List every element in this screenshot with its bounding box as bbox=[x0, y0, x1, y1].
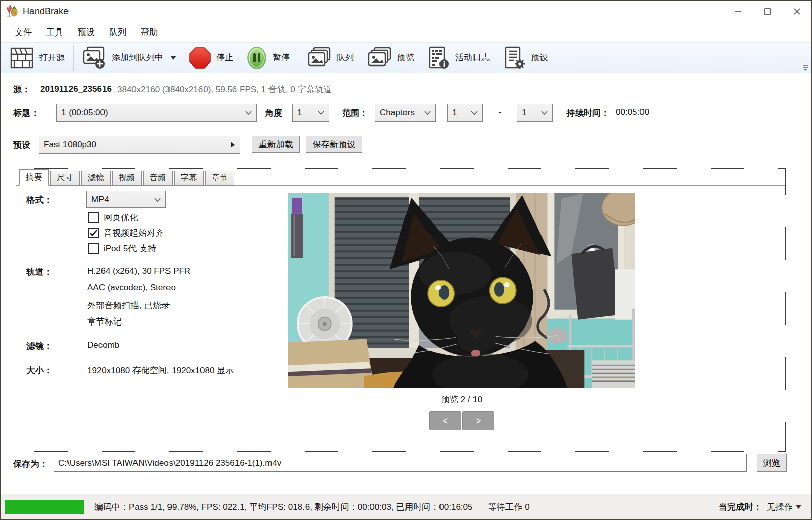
save-as-label: 保存为： bbox=[13, 458, 48, 470]
add-photos-icon bbox=[82, 46, 106, 70]
tab-video[interactable]: 视频 bbox=[112, 171, 142, 186]
preview-nav: < > bbox=[288, 411, 635, 430]
add-to-queue-button[interactable]: 添加到队列中 bbox=[75, 44, 183, 72]
preview-label: 预览 bbox=[397, 52, 414, 63]
photo-stack-icon bbox=[367, 47, 391, 69]
range-type-select[interactable]: Chapters bbox=[375, 104, 436, 122]
menu-help[interactable]: 帮助 bbox=[133, 23, 165, 41]
track-video: H.264 (x264), 30 FPS PFR bbox=[87, 266, 190, 276]
clapperboard-icon bbox=[10, 47, 33, 69]
chevron-right-icon bbox=[231, 142, 235, 148]
title-select-value: 1 (00:05:00) bbox=[61, 108, 108, 118]
pause-button[interactable]: 暂停 bbox=[240, 44, 296, 72]
toolbar-overflow-icon[interactable] bbox=[802, 64, 809, 71]
queue-label: 队列 bbox=[336, 52, 354, 63]
when-done-control[interactable]: 当完成时： 无操作 bbox=[719, 501, 808, 513]
duration-value: 00:05:00 bbox=[616, 107, 649, 117]
ipod-support-label: iPod 5代 支持 bbox=[104, 243, 156, 254]
stop-button[interactable]: 停止 bbox=[183, 44, 240, 72]
menu-queue[interactable]: 队列 bbox=[102, 23, 133, 41]
tab-summary[interactable]: 摘要 bbox=[19, 169, 49, 186]
maximize-button[interactable] bbox=[753, 1, 782, 22]
range-end-select[interactable]: 1 bbox=[517, 104, 553, 122]
angle-select[interactable]: 1 bbox=[292, 104, 329, 122]
minimize-button[interactable] bbox=[723, 1, 753, 22]
save-path-input[interactable] bbox=[54, 454, 747, 472]
source-name: 20191126_235616 bbox=[40, 84, 112, 94]
stop-octagon-icon bbox=[189, 47, 211, 69]
toolbar-separator bbox=[73, 45, 74, 71]
source-row: 源： 20191126_235616 3840x2160 (3840x2160)… bbox=[1, 82, 812, 97]
menu-tools[interactable]: 工具 bbox=[39, 23, 71, 41]
pause-label: 暂停 bbox=[273, 52, 290, 63]
activity-log-button[interactable]: 活动日志 bbox=[421, 44, 496, 72]
stop-label: 停止 bbox=[216, 52, 233, 63]
web-optimized-label: 网页优化 bbox=[104, 212, 138, 223]
format-select[interactable]: MP4 bbox=[86, 191, 166, 208]
ipod-support-checkbox[interactable] bbox=[88, 243, 99, 254]
preview-prev-button[interactable]: < bbox=[429, 411, 461, 430]
dropdown-caret-icon bbox=[170, 56, 176, 60]
save-new-preset-button[interactable]: 保存新预设 bbox=[306, 136, 362, 153]
chevron-down-icon bbox=[541, 111, 548, 115]
tab-audio[interactable]: 音频 bbox=[143, 171, 173, 186]
angle-select-value: 1 bbox=[297, 108, 302, 118]
browse-button[interactable]: 浏览 bbox=[757, 454, 787, 472]
format-label: 格式： bbox=[26, 194, 52, 206]
web-optimized-checkbox[interactable] bbox=[88, 212, 99, 223]
tab-dimensions[interactable]: 尺寸 bbox=[50, 171, 80, 186]
preview-next-button[interactable]: > bbox=[462, 411, 494, 430]
menu-presets[interactable]: 预设 bbox=[71, 23, 102, 41]
open-source-label: 打开源 bbox=[39, 52, 65, 63]
range-end-value: 1 bbox=[522, 108, 526, 118]
ipod-support-checkbox-row: iPod 5代 支持 bbox=[88, 243, 156, 254]
handbrake-logo-icon bbox=[6, 5, 19, 18]
av-align-checkbox-row: 音视频起始对齐 bbox=[88, 227, 164, 239]
presets-label: 预设 bbox=[531, 52, 548, 63]
tab-subtitles[interactable]: 字幕 bbox=[174, 171, 204, 186]
title-select[interactable]: 1 (00:05:00) bbox=[56, 104, 257, 122]
menu-file[interactable]: 文件 bbox=[8, 23, 39, 41]
encode-progress-bar bbox=[5, 500, 84, 514]
preset-label: 预设 bbox=[13, 139, 30, 151]
close-button[interactable] bbox=[782, 1, 811, 22]
tab-chapters[interactable]: 章节 bbox=[205, 171, 234, 186]
web-optimized-checkbox-row: 网页优化 bbox=[88, 212, 138, 223]
title-label: 标题： bbox=[13, 107, 39, 119]
av-align-checkbox[interactable] bbox=[88, 228, 99, 238]
title-bar: HandBrake bbox=[1, 1, 811, 22]
preview-button[interactable]: 预览 bbox=[360, 44, 421, 72]
tab-filters[interactable]: 滤镜 bbox=[81, 171, 111, 186]
av-align-label: 音视频起始对齐 bbox=[104, 227, 164, 239]
when-done-value: 无操作 bbox=[767, 501, 793, 513]
track-chapters: 章节标记 bbox=[87, 316, 122, 328]
preset-select[interactable]: Fast 1080p30 bbox=[39, 136, 240, 154]
source-label: 源： bbox=[13, 84, 30, 95]
size-value: 1920x1080 存储空间, 1920x1080 显示 bbox=[87, 365, 234, 376]
open-source-button[interactable]: 打开源 bbox=[4, 44, 72, 72]
progress-fill bbox=[5, 500, 84, 514]
handbrake-window: HandBrake 文件 工具 预设 队列 帮助 bbox=[0, 0, 812, 520]
preview-counter: 预览 2 / 10 bbox=[288, 394, 635, 405]
toolbar-separator bbox=[298, 45, 298, 71]
tracks-label: 轨道： bbox=[26, 266, 52, 278]
filters-label: 滤镜： bbox=[26, 340, 52, 352]
encoding-status-text: 编码中：Pass 1/1, 99.78%, FPS: 022.1, 平均FPS:… bbox=[94, 501, 473, 513]
range-start-select[interactable]: 1 bbox=[447, 104, 483, 122]
chevron-down-icon bbox=[318, 111, 324, 115]
queue-button[interactable]: 队列 bbox=[300, 44, 360, 72]
preview-image bbox=[288, 193, 635, 388]
menu-bar: 文件 工具 预设 队列 帮助 bbox=[1, 22, 811, 42]
title-row: 标题： 1 (00:05:00) 角度 1 范围： Chapters 1 - 1… bbox=[1, 103, 812, 122]
presets-button[interactable]: 预设 bbox=[496, 44, 555, 72]
reload-preset-button[interactable]: 重新加载 bbox=[252, 136, 300, 153]
angle-label: 角度 bbox=[265, 107, 282, 119]
track-audio: AAC (avcodec), Stereo bbox=[87, 283, 176, 293]
pause-circle-icon bbox=[247, 46, 267, 70]
add-to-queue-label: 添加到队列中 bbox=[112, 52, 163, 63]
track-subtitle: 外部音频扫描, 已烧录 bbox=[87, 300, 170, 311]
chevron-down-icon bbox=[154, 198, 161, 202]
format-select-value: MP4 bbox=[91, 194, 109, 205]
duration-label: 持续时间： bbox=[566, 107, 610, 119]
range-start-value: 1 bbox=[452, 108, 457, 118]
